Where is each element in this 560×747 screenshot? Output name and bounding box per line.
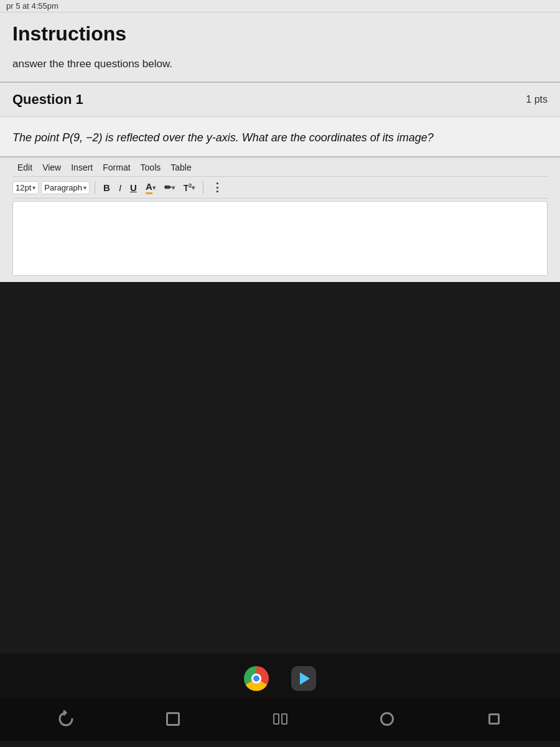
font-color-chevron: ▾ [152, 184, 156, 191]
question-title: Question 1 [12, 92, 83, 108]
more-options-icon: ⋮ [212, 181, 224, 194]
dock-area [0, 654, 560, 703]
font-size-value: 12pt [16, 183, 31, 192]
menu-insert[interactable]: Insert [66, 161, 98, 174]
nav-recents-button[interactable] [268, 707, 292, 731]
nav-window-button[interactable] [161, 707, 185, 731]
instructions-section: Instructions answer the three questions … [0, 12, 560, 83]
dual-rect-icon [273, 713, 287, 725]
time-display: pr 5 at 4:55pm [6, 1, 58, 11]
play-triangle [300, 672, 310, 685]
bold-button[interactable]: B [100, 181, 113, 194]
play-dock-icon[interactable] [289, 664, 318, 693]
dual-rect-right [281, 713, 287, 725]
superscript-button[interactable]: T2 ▾ [180, 181, 198, 194]
dual-rect-left [273, 713, 279, 725]
chrome-dock-icon[interactable] [242, 664, 271, 693]
chrome-icon [244, 666, 269, 691]
nav-home-button[interactable] [375, 707, 399, 731]
square-nav-icon [166, 712, 180, 726]
toolbar-divider-2 [203, 181, 203, 194]
menu-table[interactable]: Table [166, 161, 196, 174]
play-icon [291, 666, 316, 691]
question-body: The point P(9, −2) is reflected over the… [0, 117, 560, 156]
menu-view[interactable]: View [37, 161, 66, 174]
menu-tools[interactable]: Tools [136, 161, 166, 174]
nav-back-button[interactable] [54, 707, 78, 731]
instructions-body: answer the three questions below. [12, 52, 548, 74]
instructions-title: Instructions [12, 22, 548, 45]
font-color-button[interactable]: A ▾ [142, 180, 159, 195]
superscript-chevron: ▾ [192, 184, 195, 191]
color-underline [146, 192, 152, 194]
question-text: The point P(9, −2) is reflected over the… [12, 129, 548, 146]
nav-overview-button[interactable] [482, 707, 506, 731]
paragraph-style-value: Paragraph [44, 183, 82, 192]
bold-icon: B [103, 182, 110, 193]
document-area: pr 5 at 4:55pm Instructions answer the t… [0, 0, 560, 282]
menu-edit[interactable]: Edit [12, 161, 37, 174]
superscript-icon: T2 [184, 182, 192, 193]
italic-icon: I [119, 182, 121, 193]
toolbar-divider-1 [95, 181, 95, 194]
pencil-icon: ✏ [164, 182, 172, 192]
paragraph-style-select[interactable]: Paragraph ▾ [41, 181, 90, 194]
small-square-icon [488, 713, 500, 725]
question-pts: 1 pts [526, 94, 548, 105]
top-bar: pr 5 at 4:55pm [0, 0, 560, 12]
font-size-select[interactable]: 12pt ▾ [12, 181, 39, 194]
text-editor-content[interactable] [12, 201, 548, 276]
italic-button[interactable]: I [116, 181, 124, 194]
question-section: Question 1 1 pts The point P(9, −2) is r… [0, 83, 560, 157]
underline-button[interactable]: U [127, 181, 140, 194]
more-options-button[interactable]: ⋮ [208, 179, 227, 195]
font-color-icon: A [146, 181, 152, 194]
font-size-chevron: ▾ [32, 184, 35, 191]
chrome-center [251, 674, 261, 684]
menu-format[interactable]: Format [98, 161, 135, 174]
question-header: Question 1 1 pts [0, 83, 560, 117]
editor-wrapper: Edit View Insert Format Tools Table 12pt… [6, 157, 554, 282]
menu-bar: Edit View Insert Format Tools Table [12, 157, 548, 176]
highlight-chevron: ▾ [172, 184, 175, 191]
nav-bar [0, 697, 560, 741]
underline-icon: U [130, 182, 137, 193]
paragraph-chevron: ▾ [83, 184, 86, 191]
highlight-button[interactable]: ✏ ▾ [161, 181, 178, 194]
circle-nav-icon [380, 712, 394, 726]
refresh-icon [57, 710, 75, 728]
toolbar: 12pt ▾ Paragraph ▾ B I U [12, 176, 548, 199]
